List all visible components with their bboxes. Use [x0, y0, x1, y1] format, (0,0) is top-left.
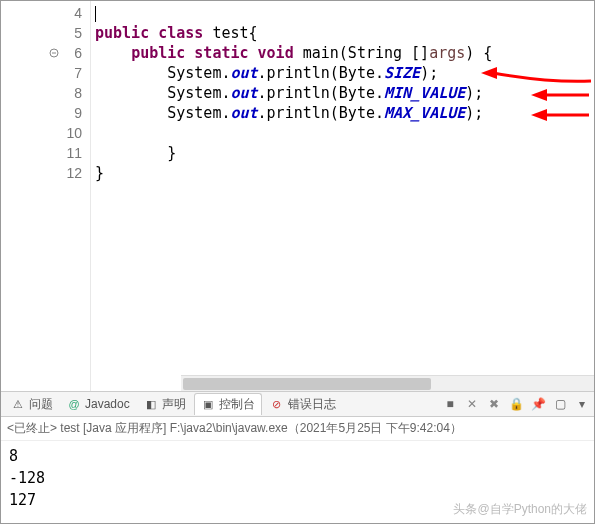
- output-line: 8: [9, 445, 586, 467]
- line-gutter: 4 5 6 7 8 9 10 11 12: [1, 1, 91, 391]
- tab-label: Javadoc: [85, 397, 130, 411]
- display-button[interactable]: ▢: [552, 396, 568, 412]
- code-line: [91, 123, 594, 143]
- pin-button[interactable]: 📌: [530, 396, 546, 412]
- line-number: 7: [1, 63, 90, 83]
- scroll-lock-button[interactable]: 🔒: [508, 396, 524, 412]
- code-line: public static void main(String []args) {: [91, 43, 594, 63]
- line-number: 10: [1, 123, 90, 143]
- tab-javadoc[interactable]: @Javadoc: [61, 395, 136, 413]
- javadoc-icon: @: [67, 397, 81, 411]
- errorlog-icon: ⊘: [270, 397, 284, 411]
- code-line: [91, 3, 594, 23]
- tab-errorlog[interactable]: ⊘错误日志: [264, 394, 342, 415]
- code-content[interactable]: public class test{ public static void ma…: [91, 1, 594, 391]
- console-status: <已终止> test [Java 应用程序] F:\java2\bin\java…: [1, 417, 594, 441]
- tab-label: 控制台: [219, 396, 255, 413]
- line-number: 9: [1, 103, 90, 123]
- line-number: 11: [1, 143, 90, 163]
- tab-label: 错误日志: [288, 396, 336, 413]
- problems-icon: ⚠: [11, 397, 25, 411]
- code-editor: 4 5 6 7 8 9 10 11 12 public class test{ …: [1, 1, 594, 391]
- horizontal-scrollbar[interactable]: [181, 375, 594, 391]
- declaration-icon: ◧: [144, 397, 158, 411]
- line-number: 4: [1, 3, 90, 23]
- tab-declaration[interactable]: ◧声明: [138, 394, 192, 415]
- code-line: System.out.println(Byte.MAX_VALUE);: [91, 103, 594, 123]
- remove-button[interactable]: ✕: [464, 396, 480, 412]
- code-line: }: [91, 143, 594, 163]
- view-tabs: ⚠问题 @Javadoc ◧声明 ▣控制台 ⊘错误日志 ■ ✕ ✖ 🔒 📌 ▢ …: [1, 391, 594, 417]
- output-line: -128: [9, 467, 586, 489]
- line-number: 6: [1, 43, 90, 63]
- line-number: 5: [1, 23, 90, 43]
- watermark-text: 头条@自学Python的大佬: [453, 501, 587, 518]
- tab-console[interactable]: ▣控制台: [194, 393, 262, 415]
- remove-all-button[interactable]: ✖: [486, 396, 502, 412]
- terminate-button[interactable]: ■: [442, 396, 458, 412]
- console-icon: ▣: [201, 398, 215, 412]
- code-line: }: [91, 163, 594, 183]
- tab-label: 声明: [162, 396, 186, 413]
- code-line: public class test{: [91, 23, 594, 43]
- line-number: 8: [1, 83, 90, 103]
- fold-marker-icon: [49, 48, 59, 58]
- tab-problems[interactable]: ⚠问题: [5, 394, 59, 415]
- console-toolbar: ■ ✕ ✖ 🔒 📌 ▢ ▾: [442, 396, 590, 412]
- line-number: 12: [1, 163, 90, 183]
- code-line: System.out.println(Byte.MIN_VALUE);: [91, 83, 594, 103]
- text-cursor: [95, 6, 96, 22]
- tab-label: 问题: [29, 396, 53, 413]
- open-console-button[interactable]: ▾: [574, 396, 590, 412]
- code-line: System.out.println(Byte.SIZE);: [91, 63, 594, 83]
